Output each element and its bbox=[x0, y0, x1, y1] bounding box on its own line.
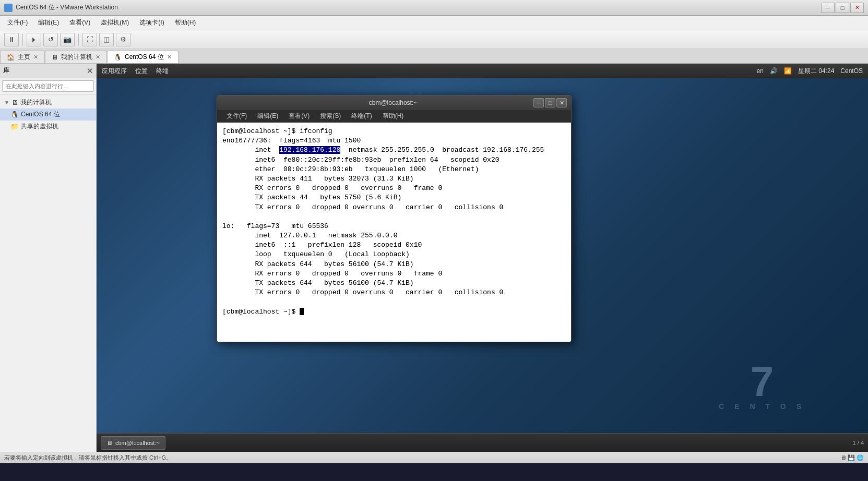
centos-watermark-text: C E N T O S bbox=[719, 403, 805, 410]
centos-topbar-left: 应用程序 位置 终端 bbox=[102, 67, 169, 76]
titlebar-controls[interactable]: ─ □ ✕ bbox=[821, 3, 864, 13]
tab-mycomputer[interactable]: 🖥 我的计算机 ✕ bbox=[45, 51, 107, 63]
app-title: CentOS 64 位 - VMware Workstation bbox=[16, 3, 118, 12]
minimize-button[interactable]: ─ bbox=[821, 3, 835, 13]
terminal-maximize-btn[interactable]: □ bbox=[545, 98, 555, 107]
sidebar-close-button[interactable]: ✕ bbox=[87, 67, 93, 75]
centos-username: CentOS bbox=[840, 67, 863, 75]
centos-watermark: 7 C E N T O S bbox=[719, 361, 805, 410]
tabs-bar: 🏠 主页 ✕ 🖥 我的计算机 ✕ 🐧 CentOS 64 位 ✕ bbox=[0, 49, 868, 64]
statusbar-icons: 🖥 💾 🌐 bbox=[840, 454, 864, 461]
tab-mycomputer-label: 我的计算机 bbox=[61, 53, 92, 62]
menu-tabs[interactable]: 选项卡(I) bbox=[134, 16, 169, 29]
menu-help[interactable]: 帮助(H) bbox=[170, 16, 201, 29]
menu-file[interactable]: 文件(F) bbox=[2, 16, 33, 29]
centos-icon: 🐧 bbox=[10, 111, 19, 118]
terminal-window: cbm@localhost:~ ─ □ ✕ 文件(F) 编辑(E) 查看(V) … bbox=[217, 95, 572, 342]
centos-sound-icon[interactable]: 🔊 bbox=[770, 67, 778, 75]
maximize-button[interactable]: □ bbox=[836, 3, 849, 13]
sidebar-title: 库 bbox=[3, 66, 9, 75]
centos-datetime: 星期二 04:24 bbox=[798, 67, 834, 76]
terminal-close-btn[interactable]: ✕ bbox=[556, 98, 567, 107]
term-menu-search[interactable]: 搜索(S) bbox=[315, 110, 346, 122]
vmware-icon bbox=[4, 4, 13, 12]
expand-icon: ▼ bbox=[4, 100, 9, 105]
tab-mycomputer-icon: 🖥 bbox=[52, 54, 58, 61]
taskbar-page-indicator: 1 / 4 bbox=[853, 440, 864, 446]
tab-centos[interactable]: 🐧 CentOS 64 位 ✕ bbox=[107, 51, 179, 63]
tab-home-label: 主页 bbox=[18, 53, 30, 62]
toolbar-power[interactable]: ⏵ bbox=[27, 33, 41, 46]
toolbar-sep-1 bbox=[22, 34, 23, 45]
menu-vm[interactable]: 虚拟机(M) bbox=[96, 16, 134, 29]
menu-edit[interactable]: 编辑(E) bbox=[33, 16, 64, 29]
centos-topbar-right: en 🔊 📶 星期二 04:24 CentOS bbox=[757, 67, 863, 76]
sidebar-item-centos[interactable]: 🐧 CentOS 64 位 bbox=[0, 109, 96, 121]
toolbar-fullscreen[interactable]: ⛶ bbox=[82, 33, 97, 46]
statusbar-right: 🖥 💾 🌐 bbox=[840, 454, 864, 461]
sidebar-mycomputer-label: 我的计算机 bbox=[20, 98, 52, 107]
centos-lang-indicator[interactable]: en bbox=[757, 67, 764, 75]
terminal-title-btns[interactable]: ─ □ ✕ bbox=[533, 98, 567, 107]
toolbar-settings[interactable]: ⚙ bbox=[116, 33, 130, 46]
menu-view[interactable]: 查看(V) bbox=[64, 16, 96, 29]
tab-home[interactable]: 🏠 主页 ✕ bbox=[0, 51, 45, 63]
term-menu-edit[interactable]: 编辑(E) bbox=[252, 110, 283, 122]
centos-desktop[interactable]: 应用程序 位置 终端 en 🔊 📶 星期二 04:24 CentOS bbox=[97, 64, 868, 452]
sidebar-search-input[interactable] bbox=[2, 80, 94, 92]
toolbar-unity[interactable]: ◫ bbox=[99, 33, 114, 46]
terminal-minimize-btn[interactable]: ─ bbox=[533, 98, 544, 107]
main-layout: 库 ✕ ▼ 🖥 我的计算机 🐧 CentOS 64 位 📁 共享的虚拟机 bbox=[0, 64, 868, 452]
taskbar-item-icon: 🖥 bbox=[106, 440, 112, 446]
tab-centos-label: CentOS 64 位 bbox=[125, 53, 164, 62]
computer-icon: 🖥 bbox=[11, 99, 18, 106]
sidebar-centos-label: CentOS 64 位 bbox=[21, 110, 60, 119]
term-menu-file[interactable]: 文件(F) bbox=[221, 110, 252, 122]
sidebar: 库 ✕ ▼ 🖥 我的计算机 🐧 CentOS 64 位 📁 共享的虚拟机 bbox=[0, 64, 97, 452]
terminal-body[interactable]: [cbm@localhost ~]$ ifconfig eno16777736:… bbox=[217, 123, 571, 342]
sidebar-header: 库 ✕ bbox=[0, 64, 96, 78]
sidebar-search-container bbox=[0, 78, 96, 94]
centos-topbar: 应用程序 位置 终端 en 🔊 📶 星期二 04:24 CentOS bbox=[97, 64, 868, 78]
vmware-statusbar: 若要将输入定向到该虚拟机，请将鼠标指针移入其中或按 Ctrl+G。 🖥 💾 🌐 bbox=[0, 452, 868, 463]
tab-home-close[interactable]: ✕ bbox=[33, 54, 38, 61]
terminal-title: cbm@localhost:~ bbox=[253, 99, 533, 106]
centos-menu-terminal[interactable]: 终端 bbox=[156, 67, 169, 76]
tab-mycomputer-close[interactable]: ✕ bbox=[96, 54, 100, 61]
vm-desktop-container[interactable]: 应用程序 位置 终端 en 🔊 📶 星期二 04:24 CentOS bbox=[97, 64, 868, 452]
term-menu-help[interactable]: 帮助(H) bbox=[377, 110, 409, 122]
centos-network-icon[interactable]: 📶 bbox=[784, 67, 792, 75]
tab-centos-close[interactable]: ✕ bbox=[167, 54, 172, 61]
toolbar-sep-2 bbox=[78, 34, 79, 45]
vmware-menubar: 文件(F) 编辑(E) 查看(V) 虚拟机(M) 选项卡(I) 帮助(H) bbox=[0, 16, 868, 30]
sidebar-item-mycomputer[interactable]: ▼ 🖥 我的计算机 bbox=[0, 97, 96, 109]
sidebar-item-shared[interactable]: 📁 共享的虚拟机 bbox=[0, 121, 96, 133]
sidebar-tree: ▼ 🖥 我的计算机 🐧 CentOS 64 位 📁 共享的虚拟机 bbox=[0, 94, 96, 452]
shared-icon: 📁 bbox=[10, 123, 19, 130]
statusbar-message: 若要将输入定向到该虚拟机，请将鼠标指针移入其中或按 Ctrl+G。 bbox=[4, 454, 172, 462]
close-button[interactable]: ✕ bbox=[850, 3, 864, 13]
centos-menu-apps[interactable]: 应用程序 bbox=[102, 67, 127, 76]
sidebar-shared-label: 共享的虚拟机 bbox=[21, 122, 58, 131]
vmware-toolbar: ⏸ ⏵ ↺ 📷 ⛶ ◫ ⚙ bbox=[0, 30, 868, 49]
tab-home-icon: 🏠 bbox=[7, 54, 15, 61]
centos-menu-places[interactable]: 位置 bbox=[135, 67, 148, 76]
taskbar-item-label: cbm@localhost:~ bbox=[115, 440, 160, 446]
terminal-menubar: 文件(F) 编辑(E) 查看(V) 搜索(S) 终端(T) 帮助(H) bbox=[217, 110, 571, 123]
tab-centos-icon: 🐧 bbox=[114, 54, 122, 61]
toolbar-snapshot[interactable]: 📷 bbox=[60, 33, 75, 46]
titlebar-left: CentOS 64 位 - VMware Workstation bbox=[4, 3, 118, 12]
vmware-titlebar: CentOS 64 位 - VMware Workstation ─ □ ✕ bbox=[0, 0, 868, 16]
toolbar-pause[interactable]: ⏸ bbox=[4, 33, 19, 46]
centos-watermark-number: 7 bbox=[719, 361, 805, 403]
centos-taskbar: 🖥 cbm@localhost:~ 1 / 4 bbox=[97, 433, 868, 452]
term-menu-terminal[interactable]: 终端(T) bbox=[346, 110, 377, 122]
toolbar-revert[interactable]: ↺ bbox=[43, 33, 58, 46]
terminal-titlebar: cbm@localhost:~ ─ □ ✕ bbox=[217, 95, 571, 110]
term-menu-view[interactable]: 查看(V) bbox=[283, 110, 315, 122]
taskbar-terminal-item[interactable]: 🖥 cbm@localhost:~ bbox=[101, 436, 165, 450]
